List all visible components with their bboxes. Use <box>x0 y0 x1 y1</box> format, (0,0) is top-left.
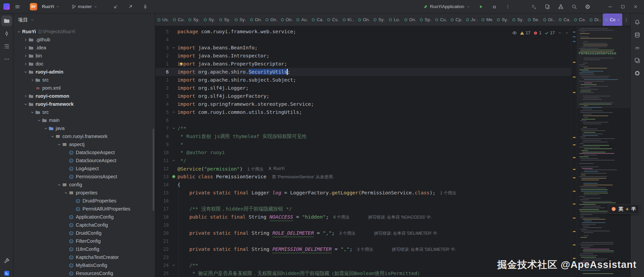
tree-row-datasourceaspect[interactable]: CDataSourceAspect <box>13 156 155 165</box>
ime-indicator[interactable]: 英 半 <box>608 204 639 214</box>
tree-row-applicationconfig[interactable]: CApplicationConfig <box>13 213 155 221</box>
gutter-cell[interactable] <box>170 60 177 68</box>
tree-row-ruoyi-framework[interactable]: ruoyi-framework <box>13 100 155 108</box>
tree-row-src[interactable]: src <box>13 108 155 116</box>
line-number[interactable]: 1 <box>155 60 170 68</box>
gutter-cell[interactable] <box>170 269 177 277</box>
line-number[interactable]: 3 <box>155 44 170 52</box>
tool-strip-item-database[interactable] <box>632 30 643 40</box>
chevron-down-icon[interactable] <box>57 142 61 147</box>
gutter-cell[interactable] <box>170 140 177 148</box>
minimap[interactable]: PermissionService <box>577 26 630 277</box>
line-number[interactable]: 6 <box>155 68 170 76</box>
code-line[interactable]: 4import org.springframework.stereotype.S… <box>155 100 571 108</box>
code-line[interactable]: 9 * <box>155 140 571 148</box>
gutter-cell[interactable] <box>170 165 177 173</box>
tree-chevron[interactable] <box>43 126 49 131</box>
editor-tab-0[interactable]: Us… <box>155 13 171 26</box>
stripe-mark[interactable] <box>573 144 576 145</box>
chevron-down-icon[interactable] <box>172 263 176 267</box>
chevron-down-icon[interactable] <box>64 191 68 195</box>
project-selector[interactable]: RuoYi <box>40 3 61 10</box>
editor-tab-4[interactable]: Sy… <box>217 13 232 26</box>
chevron-down-icon[interactable] <box>172 126 176 130</box>
code-line[interactable]: 1import org.apache.shiro.subject.Subject… <box>155 76 571 84</box>
hierarchy-button[interactable] <box>556 2 566 11</box>
gutter-cell[interactable] <box>170 253 177 261</box>
code-line[interactable]: 6import org.apache.shiro.SecurityUtils; <box>155 68 571 76</box>
editor-tab-20[interactable]: Jv… <box>464 13 479 26</box>
line-number[interactable]: 4 <box>155 100 170 108</box>
code-line[interactable]: 3import java.beans.BeanInfo; <box>155 44 571 52</box>
gutter-cell[interactable] <box>170 189 177 197</box>
code-line[interactable]: 16 <box>155 197 571 205</box>
editor-tab-12[interactable]: Ki… <box>340 13 356 26</box>
chevron-right-icon[interactable] <box>23 38 28 42</box>
gutter-cell[interactable] <box>170 76 177 84</box>
tree-row-resourcesconfig[interactable]: CResourcesConfig <box>13 269 155 277</box>
line-number[interactable]: 5 <box>155 108 170 116</box>
editor-tab-14[interactable]: Sy… <box>371 13 387 26</box>
code-line[interactable]: 21 <box>155 237 571 245</box>
stripe-mark[interactable] <box>573 92 576 93</box>
stripe-mark[interactable] <box>573 231 576 232</box>
stripe-mark[interactable] <box>573 41 576 42</box>
editor-tab-8[interactable]: On… <box>279 13 294 26</box>
line-number[interactable]: 9 <box>155 140 170 148</box>
tree-chevron[interactable] <box>63 191 69 195</box>
tool-strip-item-wrench[interactable] <box>1 255 12 266</box>
gutter-cell[interactable] <box>170 221 177 229</box>
code-line[interactable]: 13public class PermissionService类 'Permi… <box>155 173 571 181</box>
editor-tab-3[interactable]: Sy… <box>202 13 217 26</box>
window-close-button[interactable] <box>631 2 641 12</box>
editor-tab-26[interactable]: Ca… <box>556 13 572 26</box>
stripe-mark[interactable] <box>573 177 576 178</box>
gutter-cell[interactable] <box>170 181 177 189</box>
editor-tab-24[interactable]: Se… <box>526 13 541 26</box>
tree-row-permitallurlproperties[interactable]: CPermitAllUrlProperties <box>13 205 155 213</box>
tree-row-properties[interactable]: properties <box>13 189 155 197</box>
chevron-down-icon[interactable] <box>17 30 21 34</box>
stripe-mark[interactable] <box>573 36 576 37</box>
code-line[interactable]: 4 <box>155 36 571 44</box>
editor-tab-28[interactable]: Di… <box>587 13 603 26</box>
editor-tab-29[interactable]: Co… <box>603 13 622 26</box>
code-line[interactable]: 20 private static final String ROLE_DELI… <box>155 229 571 237</box>
tree-chevron[interactable] <box>23 46 29 50</box>
tool-strip-item-donut[interactable] <box>632 68 643 79</box>
project-panel-header[interactable]: 项目 <box>13 13 155 26</box>
code-line[interactable]: 15 private static final Logger log = Log… <box>155 189 571 197</box>
gutter-cell[interactable] <box>170 116 177 124</box>
gutter-cell[interactable] <box>170 173 177 181</box>
gutter-cell[interactable] <box>170 84 177 92</box>
line-number[interactable]: 1 <box>155 76 170 84</box>
line-number[interactable]: 8 <box>155 132 170 140</box>
gutter-cell[interactable] <box>170 261 177 269</box>
code-line[interactable]: 10 * @author ruoyi <box>155 148 571 156</box>
tree-chevron[interactable] <box>36 118 42 123</box>
chevron-up-icon[interactable] <box>172 158 176 163</box>
code-line[interactable]: 11 */ <box>155 156 571 165</box>
line-number[interactable]: 18 <box>155 213 170 221</box>
chevron-down-icon[interactable] <box>57 183 61 187</box>
editor-tab-9[interactable]: Au… <box>294 13 310 26</box>
code-line[interactable]: 14{ <box>155 181 571 189</box>
tree-chevron[interactable] <box>50 134 55 139</box>
editor-tab-16[interactable]: On… <box>402 13 418 26</box>
line-number[interactable]: 21 <box>155 237 170 245</box>
tree-row-mybatisconfig[interactable]: CMyBatisConfig <box>13 261 155 269</box>
tree-row-logaspect[interactable]: CLogAspect <box>13 165 155 173</box>
code-line[interactable]: 6 <box>155 116 571 124</box>
gutter-cell[interactable] <box>170 156 177 165</box>
gutter-cell[interactable] <box>170 205 177 213</box>
line-number[interactable]: 10 <box>155 148 170 156</box>
tree-chevron[interactable] <box>30 110 35 114</box>
tree-chevron[interactable] <box>23 94 29 98</box>
editor-tab-2[interactable]: Sy… <box>186 13 202 26</box>
tree-row-druidproperties[interactable]: CDruidProperties <box>13 197 155 205</box>
chevron-down-icon[interactable] <box>50 134 55 139</box>
tree-row-druidconfig[interactable]: CDruidConfig <box>13 229 155 237</box>
code-line[interactable]: 18 public static final String NOACCESS =… <box>155 213 571 221</box>
chevron-right-icon[interactable] <box>30 78 35 82</box>
tree-row-filterconfig[interactable]: CFilterConfig <box>13 237 155 245</box>
